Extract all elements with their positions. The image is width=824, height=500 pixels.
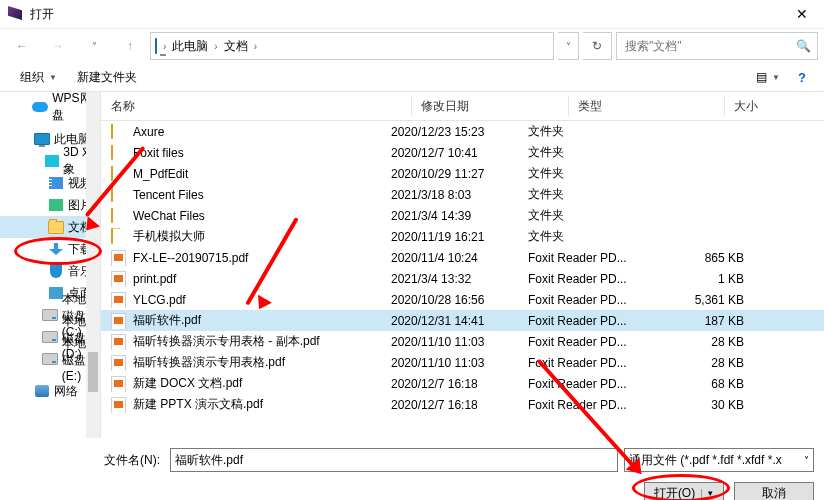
file-row[interactable]: 新建 PPTX 演示文稿.pdf2020/12/7 16:18Foxit Rea… <box>101 394 824 415</box>
tree-item[interactable]: 音乐 <box>0 260 100 282</box>
file-row[interactable]: 福昕软件.pdf2020/12/31 14:41Foxit Reader PD.… <box>101 310 824 331</box>
dialog-footer: 文件名(N): 通用文件 (*.pdf *.fdf *.xfdf *.x˅ 打开… <box>0 438 824 500</box>
file-row[interactable]: 手机模拟大师2020/11/19 16:21文件夹 <box>101 226 824 247</box>
file-row[interactable]: Tencent Files2021/3/18 8:03文件夹 <box>101 184 824 205</box>
disk-icon <box>42 329 58 345</box>
tree-item[interactable]: 本地磁盘 (E:) <box>0 348 100 370</box>
file-row[interactable]: YLCG.pdf2020/10/28 16:56Foxit Reader PD.… <box>101 289 824 310</box>
new-folder-button[interactable]: 新建文件夹 <box>69 64 145 90</box>
tree-item[interactable]: 下载 <box>0 238 100 260</box>
monitor-icon <box>155 39 157 53</box>
nav-tree[interactable]: WPS网盘此电脑3D 对象视频图片文档下载音乐桌面本地磁盘 (C:)本地磁盘 (… <box>0 92 101 438</box>
file-type: Foxit Reader PD... <box>528 377 664 391</box>
folder-icon <box>111 145 127 161</box>
folder-icon <box>111 124 127 140</box>
filetype-dropdown[interactable]: 通用文件 (*.pdf *.fdf *.xfdf *.x˅ <box>624 448 814 472</box>
file-name: 福昕转换器演示专用表格.pdf <box>133 354 285 371</box>
file-row[interactable]: print.pdf2021/3/4 13:32Foxit Reader PD..… <box>101 268 824 289</box>
open-button[interactable]: 打开(O)▼ <box>644 482 724 500</box>
file-name: FX-LE--20190715.pdf <box>133 251 248 265</box>
view-icon: ▤ <box>756 70 767 84</box>
close-button[interactable]: ✕ <box>782 6 822 22</box>
column-headers: 名称 修改日期 类型 大小 <box>101 92 824 121</box>
pdf-icon <box>111 250 127 266</box>
recent-drop[interactable]: ˅ <box>78 32 110 60</box>
file-date: 2020/12/7 10:41 <box>391 146 528 160</box>
file-row[interactable]: FX-LE--20190715.pdf2020/11/4 10:24Foxit … <box>101 247 824 268</box>
file-size: 1 KB <box>664 272 744 286</box>
cancel-button[interactable]: 取消 <box>734 482 814 500</box>
path-segment[interactable]: 文档 <box>224 38 248 55</box>
view-button[interactable]: ▤▼ <box>748 64 788 90</box>
scrollbar[interactable] <box>86 92 100 438</box>
chevron-right-icon[interactable]: › <box>214 41 217 52</box>
file-date: 2020/11/19 16:21 <box>391 230 528 244</box>
forward-button[interactable]: → <box>42 32 74 60</box>
net-icon <box>34 383 50 399</box>
file-name: YLCG.pdf <box>133 293 186 307</box>
file-date: 2020/10/29 11:27 <box>391 167 528 181</box>
search-box[interactable]: 🔍 <box>616 32 818 60</box>
organize-button[interactable]: 组织▼ <box>12 64 65 90</box>
monitor-icon <box>34 131 50 147</box>
file-size: 68 KB <box>664 377 744 391</box>
tree-item[interactable]: 3D 对象 <box>0 150 100 172</box>
tree-item[interactable]: 图片 <box>0 194 100 216</box>
music-icon <box>48 263 64 279</box>
filename-label: 文件名(N): <box>10 452 164 469</box>
file-type: 文件夹 <box>528 165 664 182</box>
search-input[interactable] <box>623 38 790 54</box>
refresh-button[interactable]: ↻ <box>583 32 612 60</box>
file-date: 2020/11/4 10:24 <box>391 251 528 265</box>
file-size: 5,361 KB <box>664 293 744 307</box>
col-size[interactable]: 大小 <box>724 92 824 120</box>
tree-item[interactable]: 网络 <box>0 380 100 402</box>
file-row[interactable]: WeChat Files2021/3/4 14:39文件夹 <box>101 205 824 226</box>
titlebar: 打开 ✕ <box>0 0 824 29</box>
tree-item[interactable]: 文档 <box>0 216 100 238</box>
folder-icon <box>111 187 127 203</box>
file-size: 865 KB <box>664 251 744 265</box>
tree-item[interactable]: WPS网盘 <box>0 96 100 118</box>
file-size: 30 KB <box>664 398 744 412</box>
file-type: Foxit Reader PD... <box>528 398 664 412</box>
up-button[interactable]: ↑ <box>114 32 146 60</box>
file-size: 28 KB <box>664 356 744 370</box>
file-row[interactable]: M_PdfEdit2020/10/29 11:27文件夹 <box>101 163 824 184</box>
back-button[interactable]: ← <box>6 32 38 60</box>
folder-icon <box>111 229 127 245</box>
disk-icon <box>42 351 58 367</box>
path-bar[interactable]: › 此电脑 › 文档 › <box>150 32 554 60</box>
folder-icon <box>111 208 127 224</box>
file-name: 福昕软件.pdf <box>133 312 201 329</box>
chevron-right-icon[interactable]: › <box>163 41 166 52</box>
file-row[interactable]: Axure2020/12/23 15:23文件夹 <box>101 121 824 142</box>
file-row[interactable]: 福昕转换器演示专用表格.pdf2020/11/10 11:03Foxit Rea… <box>101 352 824 373</box>
path-segment[interactable]: 此电脑 <box>172 38 208 55</box>
file-type: 文件夹 <box>528 207 664 224</box>
pdf-icon <box>111 271 127 287</box>
filename-input[interactable] <box>170 448 618 472</box>
file-row[interactable]: 福昕转换器演示专用表格 - 副本.pdf2020/11/10 11:03Foxi… <box>101 331 824 352</box>
col-name[interactable]: 名称 <box>101 92 411 120</box>
file-row[interactable]: 新建 DOCX 文档.pdf2020/12/7 16:18Foxit Reade… <box>101 373 824 394</box>
cloud-icon <box>32 99 48 115</box>
path-dropdown[interactable]: ˅ <box>558 32 579 60</box>
pdf-icon <box>111 376 127 392</box>
file-type: Foxit Reader PD... <box>528 356 664 370</box>
file-name: 新建 DOCX 文档.pdf <box>133 375 242 392</box>
file-name: Foxit files <box>133 146 184 160</box>
pdf-icon <box>111 334 127 350</box>
col-date[interactable]: 修改日期 <box>411 92 568 120</box>
tree-item[interactable]: 视频 <box>0 172 100 194</box>
video-icon <box>48 175 64 191</box>
file-name: 手机模拟大师 <box>133 228 205 245</box>
toolbar: 组织▼ 新建文件夹 ▤▼ ? <box>0 63 824 92</box>
col-type[interactable]: 类型 <box>568 92 724 120</box>
file-row[interactable]: Foxit files2020/12/7 10:41文件夹 <box>101 142 824 163</box>
folder-icon <box>48 219 64 235</box>
pic-icon <box>48 197 64 213</box>
file-type: 文件夹 <box>528 228 664 245</box>
chevron-right-icon[interactable]: › <box>254 41 257 52</box>
help-button[interactable]: ? <box>792 67 812 87</box>
